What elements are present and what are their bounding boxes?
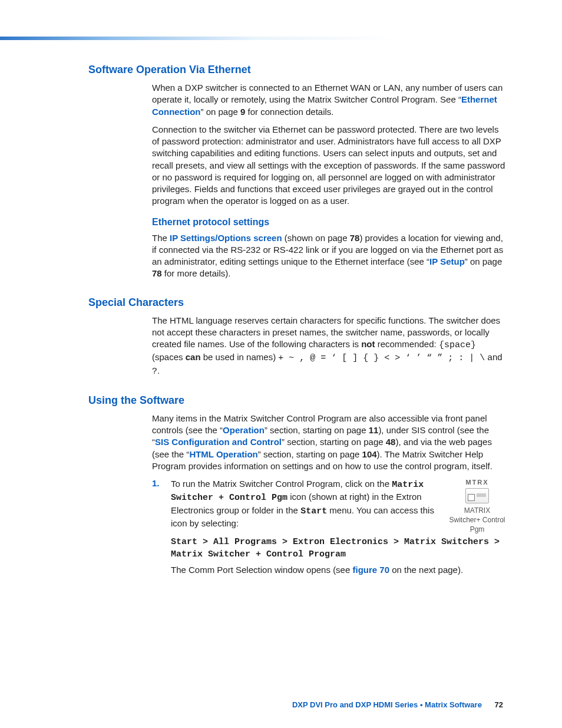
page-ref: 78	[152, 268, 162, 278]
swoe-paragraph-3: The IP Settings/Options screen (shown on…	[152, 232, 507, 280]
page-ref: 78	[350, 233, 360, 243]
text: be used in names)	[201, 352, 279, 362]
start-menu: Start	[300, 506, 327, 516]
link-ip-settings-screen[interactable]: IP Settings/Options screen	[170, 233, 282, 243]
text: .	[157, 365, 160, 375]
program-icon-block: MTRX MATRIX Switcher+ Control Pgm	[448, 478, 507, 534]
text: for connection details.	[245, 107, 333, 117]
text: ” section, starting on page	[258, 449, 362, 459]
link-figure-70[interactable]: figure 70	[352, 565, 389, 575]
text: (spaces	[152, 352, 186, 362]
step-1: 1. MTRX MATRIX Switcher+ Control Pgm To …	[152, 478, 507, 582]
text: ” section, starting on page	[282, 437, 386, 447]
text: (shown on page	[282, 233, 350, 243]
text: The	[152, 233, 170, 243]
step-1-followup: The Comm Port Selection window opens (se…	[171, 564, 507, 576]
program-icon	[465, 488, 489, 503]
page-footer: DXP DVI Pro and DXP HDMI Series • Matrix…	[292, 700, 503, 709]
chars-qmark: ?	[152, 367, 157, 377]
emphasis-not: not	[361, 339, 375, 349]
text: ” on page	[465, 256, 502, 266]
text: ” section, starting on page	[265, 425, 369, 435]
page-ref: 48	[386, 437, 396, 447]
heading-software-operation: Software Operation Via Ethernet	[88, 64, 507, 76]
chars-space: {space}	[439, 340, 476, 350]
page-content: Software Operation Via Ethernet When a D…	[88, 64, 507, 585]
link-html-operation[interactable]: HTML Operation	[189, 449, 257, 459]
text: ” on page	[201, 107, 241, 117]
heading-using-software: Using the Software	[88, 394, 507, 407]
step-number: 1.	[152, 478, 163, 582]
using-paragraph-1: Many items in the Matrix Switcher Contro…	[152, 413, 507, 472]
start-path: Start > All Programs > Extron Electronic…	[171, 536, 507, 561]
heading-special-characters: Special Characters	[88, 297, 507, 309]
text: The Comm Port Selection window opens (se…	[171, 565, 352, 575]
text: When a DXP switcher is connected to an E…	[152, 83, 503, 104]
emphasis-can: can	[186, 352, 201, 362]
heading-ethernet-protocol: Ethernet protocol settings	[152, 217, 507, 228]
page-top-gradient	[0, 37, 562, 40]
link-ip-setup[interactable]: IP Setup	[429, 256, 465, 266]
swoe-paragraph-1: When a DXP switcher is connected to an E…	[152, 82, 507, 118]
icon-mtrx-label: MTRX	[448, 478, 507, 487]
page-ref: 104	[362, 449, 377, 459]
text: for more details).	[162, 268, 231, 278]
link-sis-config[interactable]: SIS Configuration and Control	[155, 437, 282, 447]
footer-page-number: 72	[495, 700, 503, 709]
swoe-paragraph-2: Connection to the switcher via Ethernet …	[152, 124, 507, 207]
spec-paragraph: The HTML language reserves certain chara…	[152, 315, 507, 378]
text: recommended:	[375, 339, 439, 349]
text: To run the Matrix Switcher Control Progr…	[171, 479, 392, 489]
icon-caption: MATRIX Switcher+ Control Pgm	[448, 506, 507, 535]
chars-list: + ~ , @ = ‘ [ ] { } < > ‘ ’ “ ” ; : | \	[278, 353, 485, 363]
text: on the next page).	[389, 565, 463, 575]
text: and	[485, 352, 502, 362]
page-ref: 11	[369, 425, 379, 435]
link-operation[interactable]: Operation	[223, 425, 265, 435]
footer-title: DXP DVI Pro and DXP HDMI Series • Matrix…	[292, 700, 482, 709]
